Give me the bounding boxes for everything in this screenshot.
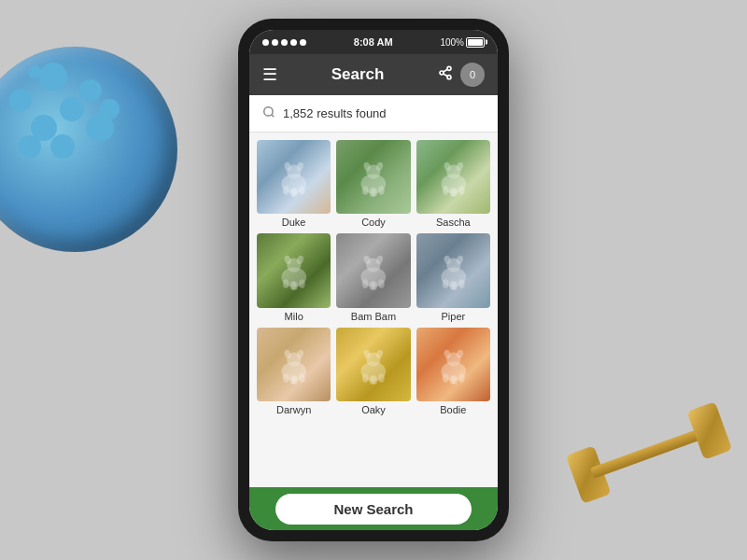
signal-dot-4 bbox=[290, 39, 297, 46]
svg-point-51 bbox=[442, 280, 448, 289]
phone-frame: 8:08 AM 100% ☰ Search bbox=[238, 19, 509, 541]
svg-point-54 bbox=[458, 280, 465, 289]
svg-point-22 bbox=[378, 186, 385, 195]
svg-point-1 bbox=[440, 71, 444, 75]
dog-name: Milo bbox=[285, 311, 303, 322]
results-bar: 1,852 results found bbox=[249, 95, 498, 133]
list-item[interactable]: Piper bbox=[416, 233, 490, 321]
list-item[interactable]: Bam Bam bbox=[336, 233, 410, 321]
dog-photo bbox=[336, 140, 410, 214]
svg-point-46 bbox=[378, 280, 385, 289]
dog-name: Bam Bam bbox=[351, 311, 396, 322]
dog-photo bbox=[336, 233, 410, 307]
header-actions: 0 bbox=[438, 63, 485, 87]
status-bar: 8:08 AM 100% bbox=[249, 30, 498, 54]
svg-point-0 bbox=[447, 66, 451, 70]
list-item[interactable]: Oaky bbox=[336, 328, 410, 415]
svg-line-4 bbox=[444, 69, 448, 72]
svg-point-30 bbox=[458, 186, 465, 195]
dog-name: Oaky bbox=[361, 404, 386, 415]
status-time: 8:08 AM bbox=[354, 36, 393, 48]
search-icon bbox=[262, 105, 275, 121]
dog-name: Darwyn bbox=[276, 404, 311, 415]
list-item[interactable]: Darwyn bbox=[257, 328, 331, 415]
list-item[interactable]: Sascha bbox=[416, 140, 490, 228]
background-decoration-right bbox=[563, 395, 735, 511]
dog-photo bbox=[257, 328, 331, 401]
list-item[interactable]: Duke bbox=[257, 140, 331, 228]
search-results-grid: Duke Cody Sascha Milo bbox=[249, 133, 498, 487]
battery-icon bbox=[466, 37, 485, 48]
svg-point-43 bbox=[362, 280, 369, 289]
signal-dot-1 bbox=[262, 39, 269, 46]
svg-point-5 bbox=[264, 107, 273, 116]
svg-point-62 bbox=[299, 373, 305, 383]
battery-fill bbox=[468, 39, 483, 46]
dumbbell-bar bbox=[590, 427, 708, 479]
page-title: Search bbox=[331, 65, 385, 84]
svg-point-59 bbox=[283, 373, 289, 383]
bottom-action-bar: New Search bbox=[249, 487, 498, 530]
cart-count: 0 bbox=[470, 69, 475, 80]
signal-dot-3 bbox=[281, 39, 288, 46]
dog-name: Duke bbox=[282, 217, 306, 228]
battery-container: 100% bbox=[440, 37, 485, 48]
dog-grid: Duke Cody Sascha Milo bbox=[257, 140, 490, 415]
svg-point-14 bbox=[299, 186, 305, 195]
svg-point-75 bbox=[442, 373, 448, 383]
svg-point-70 bbox=[378, 373, 385, 383]
cart-badge[interactable]: 0 bbox=[460, 63, 485, 87]
new-search-button[interactable]: New Search bbox=[275, 494, 472, 525]
list-item[interactable]: Cody bbox=[336, 140, 410, 228]
svg-point-61 bbox=[291, 375, 298, 385]
dog-name: Cody bbox=[361, 217, 386, 228]
svg-line-3 bbox=[444, 74, 448, 77]
dog-photo bbox=[257, 140, 331, 214]
svg-point-27 bbox=[442, 186, 448, 195]
svg-point-69 bbox=[372, 375, 378, 385]
results-count: 1,852 results found bbox=[283, 106, 387, 120]
dumbbell-right-end bbox=[686, 401, 732, 460]
svg-point-38 bbox=[299, 280, 305, 289]
signal-dot-2 bbox=[272, 39, 278, 46]
svg-point-13 bbox=[291, 188, 298, 197]
dog-photo bbox=[416, 140, 490, 214]
dog-name: Sascha bbox=[436, 217, 471, 228]
svg-point-77 bbox=[451, 375, 458, 385]
phone-screen: 8:08 AM 100% ☰ Search bbox=[249, 30, 498, 530]
svg-point-53 bbox=[451, 281, 458, 290]
dog-photo bbox=[416, 233, 490, 307]
svg-point-67 bbox=[362, 373, 369, 383]
share-icon[interactable] bbox=[438, 65, 453, 84]
svg-point-19 bbox=[362, 186, 369, 195]
signal-dot-5 bbox=[300, 39, 306, 46]
svg-point-37 bbox=[291, 281, 298, 290]
list-item[interactable]: Milo bbox=[257, 233, 331, 321]
dog-photo bbox=[257, 233, 331, 307]
dog-photo bbox=[336, 328, 410, 401]
signal-dots bbox=[262, 39, 306, 46]
hamburger-menu-icon[interactable]: ☰ bbox=[262, 66, 277, 83]
svg-point-29 bbox=[451, 188, 458, 197]
svg-point-21 bbox=[372, 188, 378, 197]
list-item[interactable]: Bodie bbox=[416, 328, 490, 415]
svg-point-45 bbox=[372, 281, 378, 290]
app-header: ☰ Search 0 bbox=[249, 54, 498, 95]
svg-point-2 bbox=[447, 76, 451, 79]
svg-line-6 bbox=[272, 115, 275, 118]
battery-percent: 100% bbox=[440, 37, 464, 48]
svg-point-11 bbox=[283, 186, 289, 195]
dog-photo bbox=[416, 328, 490, 401]
svg-point-35 bbox=[283, 280, 289, 289]
background-decoration-left bbox=[0, 47, 177, 252]
dog-name: Bodie bbox=[440, 404, 466, 415]
dog-name: Piper bbox=[441, 311, 465, 322]
svg-point-78 bbox=[458, 373, 465, 383]
